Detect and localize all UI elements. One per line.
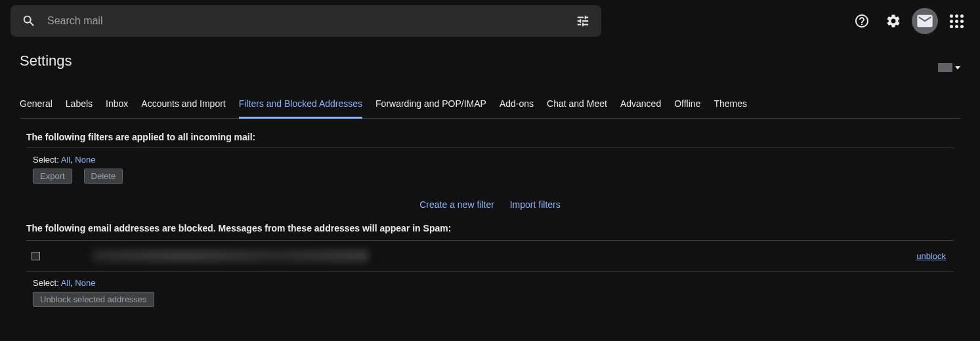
tab-general[interactable]: General xyxy=(20,90,53,118)
tab-addons[interactable]: Add-ons xyxy=(500,90,534,118)
tab-inbox[interactable]: Inbox xyxy=(106,90,128,118)
help-icon[interactable] xyxy=(849,8,875,34)
avatar[interactable] xyxy=(912,8,938,34)
settings-tabs: General Labels Inbox Accounts and Import… xyxy=(20,90,960,119)
tab-chat-meet[interactable]: Chat and Meet xyxy=(547,90,607,118)
tune-icon[interactable] xyxy=(570,8,596,34)
select-none-link[interactable]: None xyxy=(75,155,95,165)
apps-icon[interactable] xyxy=(943,8,969,34)
select-all-link[interactable]: All xyxy=(61,155,70,165)
table-row: unblock xyxy=(26,241,954,271)
unblock-link[interactable]: unblock xyxy=(916,251,946,261)
page-title: Settings xyxy=(20,52,72,70)
language-icon xyxy=(938,63,952,72)
filters-select-row: Select: All, None xyxy=(33,155,954,165)
tab-accounts-import[interactable]: Accounts and Import xyxy=(141,90,225,118)
blocked-address xyxy=(93,250,368,262)
unblock-selected-button[interactable]: Unblock selected addresses xyxy=(33,292,154,307)
delete-button[interactable]: Delete xyxy=(84,169,123,184)
filters-heading: The following filters are applied to all… xyxy=(26,132,960,142)
select-label: Select: xyxy=(33,155,61,165)
tab-offline[interactable]: Offline xyxy=(674,90,700,118)
gear-icon[interactable] xyxy=(880,8,906,34)
create-filter-link[interactable]: Create a new filter xyxy=(419,199,494,210)
language-selector[interactable] xyxy=(938,63,960,72)
row-checkbox[interactable] xyxy=(32,252,40,260)
chevron-down-icon xyxy=(955,66,960,70)
export-button[interactable]: Export xyxy=(33,169,72,184)
search-input[interactable] xyxy=(42,15,570,27)
blocked-addresses-table: unblock xyxy=(26,240,954,271)
tab-filters-blocked[interactable]: Filters and Blocked Addresses xyxy=(239,90,362,119)
tab-forwarding[interactable]: Forwarding and POP/IMAP xyxy=(375,90,486,118)
tab-labels[interactable]: Labels xyxy=(66,90,93,118)
search-icon[interactable] xyxy=(16,8,42,34)
search-container xyxy=(11,5,601,37)
import-filters-link[interactable]: Import filters xyxy=(510,199,561,210)
tab-advanced[interactable]: Advanced xyxy=(620,90,661,118)
select-all-link[interactable]: All xyxy=(61,278,70,288)
blocked-heading: The following email addresses are blocke… xyxy=(26,223,960,233)
select-none-link[interactable]: None xyxy=(75,278,95,288)
tab-themes[interactable]: Themes xyxy=(714,90,747,118)
blocked-select-row: Select: All, None xyxy=(33,278,960,288)
select-label: Select: xyxy=(33,278,61,288)
